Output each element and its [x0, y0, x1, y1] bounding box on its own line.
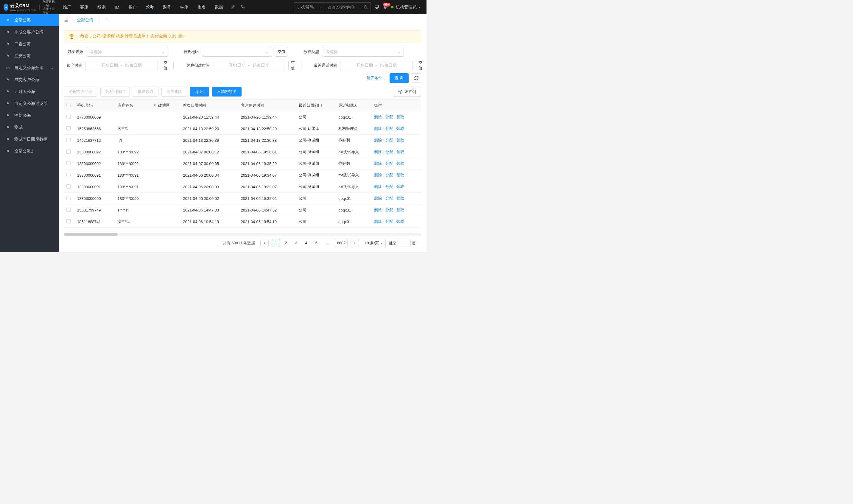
sidebar-item[interactable]: ⚑二咨公海: [0, 38, 59, 50]
sidebar-item[interactable]: ▭自定义公海分组⌄: [0, 62, 59, 74]
assign-manager-button[interactable]: 分配客户经理: [64, 87, 97, 96]
filter-abandon-type-select[interactable]: 请选择⌄: [322, 47, 404, 57]
action-claim[interactable]: 领取: [396, 138, 404, 142]
top-nav-item[interactable]: 客户: [124, 0, 141, 14]
checkbox[interactable]: [67, 196, 71, 200]
monitor-icon[interactable]: [375, 4, 379, 10]
checkbox[interactable]: [67, 184, 71, 188]
top-nav-item[interactable]: IM: [110, 0, 124, 14]
action-delete[interactable]: 删除: [374, 208, 382, 212]
action-claim[interactable]: 领取: [396, 115, 404, 119]
action-delete[interactable]: 删除: [374, 184, 382, 189]
batch-claim-button[interactable]: 批量领取: [133, 87, 159, 96]
action-claim[interactable]: 领取: [396, 196, 404, 200]
page-number[interactable]: 3: [292, 239, 300, 247]
action-claim[interactable]: 领取: [396, 161, 404, 166]
filter-create-time-range[interactable]: 开始日期~结束日期: [213, 61, 285, 70]
export-plain-button[interactable]: 不加密导出: [212, 87, 241, 96]
page-prev-button[interactable]: ‹: [260, 239, 269, 247]
expand-filters-link[interactable]: 展开条件⌄: [367, 75, 386, 81]
action-assign[interactable]: 分配: [385, 149, 393, 154]
phone-icon[interactable]: [240, 4, 245, 10]
filter-call-time-range[interactable]: 开始日期~结束日期: [340, 61, 413, 70]
action-assign[interactable]: 分配: [385, 196, 393, 200]
filter-call-time-empty[interactable]: 空值: [416, 61, 426, 70]
page-number[interactable]: 2: [282, 239, 290, 247]
sidebar-item[interactable]: ⚑消防公海: [0, 110, 59, 122]
page-last[interactable]: 6882: [335, 239, 348, 247]
sidebar-item[interactable]: ⚑自定义公海过滤器: [0, 98, 59, 110]
action-delete[interactable]: 删除: [374, 149, 382, 154]
page-next-button[interactable]: ›: [350, 239, 359, 247]
sidebar-item[interactable]: ≡全部公海: [0, 14, 59, 26]
sidebar-item[interactable]: ⚑测试: [0, 122, 59, 133]
filter-source-select[interactable]: 请选择⌄: [86, 47, 168, 57]
filter-abandon-time-empty[interactable]: 空值: [161, 61, 174, 70]
top-nav-item[interactable]: 报名: [193, 0, 210, 14]
search-button[interactable]: [361, 2, 370, 12]
sidebar-item[interactable]: ⚑非成交客户公海: [0, 26, 59, 38]
action-assign[interactable]: 分配: [385, 126, 393, 131]
bell-icon[interactable]: 99+: [383, 4, 387, 10]
sidebar-item[interactable]: ⚑全部公海2: [0, 145, 59, 157]
tab-all-sea[interactable]: 全部公海: [71, 14, 100, 26]
sidebar-item[interactable]: ⚑成交客户公海: [0, 74, 59, 86]
action-assign[interactable]: 分配: [385, 161, 393, 166]
user-menu[interactable]: 机构管理员 ▾: [391, 4, 420, 10]
set-columns-button[interactable]: 设置列: [393, 87, 421, 96]
top-nav-item[interactable]: 数据: [211, 0, 227, 14]
action-delete[interactable]: 删除: [374, 173, 382, 177]
action-claim[interactable]: 领取: [396, 219, 404, 224]
tab-add-button[interactable]: +: [100, 17, 113, 23]
checkbox[interactable]: [67, 149, 71, 154]
user-add-icon[interactable]: [231, 4, 236, 10]
action-delete[interactable]: 删除: [374, 219, 382, 224]
action-delete[interactable]: 删除: [374, 161, 382, 166]
action-assign[interactable]: 分配: [385, 184, 393, 189]
checkbox[interactable]: [67, 126, 71, 130]
search-input[interactable]: [325, 3, 361, 12]
top-nav-item[interactable]: 线索: [93, 0, 110, 14]
search-type-select[interactable]: 手机号码⌄: [294, 3, 325, 12]
action-delete[interactable]: 删除: [374, 138, 382, 142]
page-size-select[interactable]: 10 条/页⌄: [362, 239, 386, 247]
action-assign[interactable]: 分配: [385, 219, 393, 224]
action-delete[interactable]: 删除: [374, 115, 382, 119]
filter-region-empty[interactable]: 空值: [275, 47, 288, 57]
checkbox[interactable]: [67, 173, 71, 177]
action-claim[interactable]: 领取: [396, 184, 404, 189]
checkbox[interactable]: [67, 219, 71, 223]
page-number[interactable]: 5: [312, 239, 321, 247]
action-claim[interactable]: 领取: [396, 208, 404, 212]
sidebar-item[interactable]: ⚑注安公海: [0, 50, 59, 62]
top-nav-item[interactable]: 学服: [176, 0, 193, 14]
filter-abandon-time-range[interactable]: 开始日期~结束日期: [85, 61, 158, 70]
action-claim[interactable]: 领取: [396, 126, 404, 131]
tabs-menu-icon[interactable]: ☰: [62, 18, 71, 23]
checkbox[interactable]: [67, 161, 71, 165]
checkbox-all[interactable]: [67, 103, 71, 107]
top-nav-item[interactable]: 推广: [59, 0, 75, 14]
action-assign[interactable]: 分配: [385, 138, 393, 142]
assign-dept-button[interactable]: 分配到部门: [101, 87, 130, 96]
top-nav-item[interactable]: 公海: [142, 0, 158, 14]
filter-create-time-empty[interactable]: 空值: [288, 61, 301, 70]
checkbox[interactable]: [67, 115, 71, 119]
top-nav-item[interactable]: 财务: [159, 0, 176, 14]
action-delete[interactable]: 删除: [374, 196, 382, 200]
page-number[interactable]: 1: [272, 239, 280, 247]
page-jump-input[interactable]: [398, 239, 411, 247]
action-assign[interactable]: 分配: [385, 208, 393, 212]
top-nav-item[interactable]: 客服: [76, 0, 93, 14]
filter-region-select[interactable]: ⌄: [202, 47, 272, 57]
checkbox[interactable]: [67, 208, 71, 212]
query-button[interactable]: 查 询: [389, 73, 409, 83]
action-assign[interactable]: 分配: [385, 173, 393, 177]
action-delete[interactable]: 删除: [374, 126, 382, 131]
action-claim[interactable]: 领取: [396, 173, 404, 177]
sidebar-item[interactable]: ⚑测试昨日回库数据: [0, 133, 59, 145]
refresh-button[interactable]: [412, 73, 421, 83]
page-number[interactable]: 4: [302, 239, 310, 247]
checkbox[interactable]: [67, 138, 71, 142]
export-button[interactable]: 导 出: [190, 87, 209, 96]
